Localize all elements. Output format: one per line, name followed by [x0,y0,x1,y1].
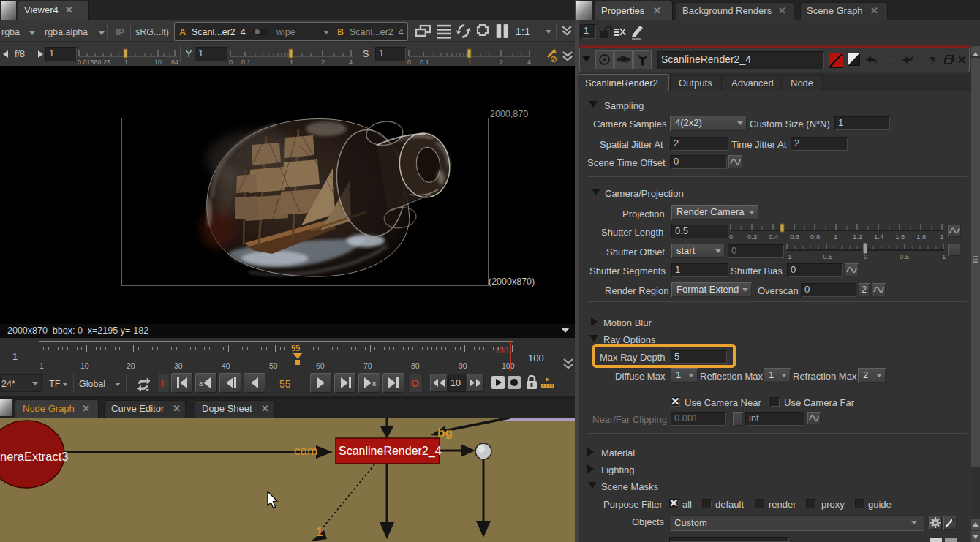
svg-text:1: 1 [834,233,837,241]
svg-text:1.2: 1.2 [853,233,862,241]
svg-text:2: 2 [940,233,943,241]
svg-text:0: 0 [729,233,733,241]
svg-text:2: 2 [500,59,503,65]
svg-text:0.2: 0.2 [747,233,757,241]
svg-text:1: 1 [468,59,472,65]
svg-text:1: 1 [942,252,946,260]
svg-text:1: 1 [290,59,293,65]
svg-text:0: 0 [407,59,411,65]
svg-text:-1: -1 [785,252,791,260]
svg-text:0.1: 0.1 [241,59,251,65]
svg-text:4: 4 [527,59,531,65]
svg-text:0.1: 0.1 [420,59,429,65]
svg-text:1:1: 1:1 [515,26,530,37]
svg-text:0.6: 0.6 [790,233,799,241]
svg-text:0: 0 [864,252,867,260]
svg-text:64: 64 [171,59,178,65]
svg-text:0.5: 0.5 [900,252,909,260]
svg-text:4: 4 [349,59,353,65]
svg-text:-0.5: -0.5 [821,252,832,260]
svg-text:0.8: 0.8 [810,233,820,241]
svg-text:1.6: 1.6 [895,233,905,241]
svg-text:0.01560.25: 0.01560.25 [78,59,110,65]
svg-text:8: 8 [372,380,376,388]
svg-text:2: 2 [321,59,325,65]
svg-text:0: 0 [229,59,233,65]
svg-text:10: 10 [154,59,162,65]
svg-text:0.4: 0.4 [769,233,778,241]
svg-text:1.8: 1.8 [916,233,926,241]
svg-text:1.4: 1.4 [874,233,883,241]
svg-text:8: 8 [199,380,203,388]
svg-text:1: 1 [124,59,128,65]
